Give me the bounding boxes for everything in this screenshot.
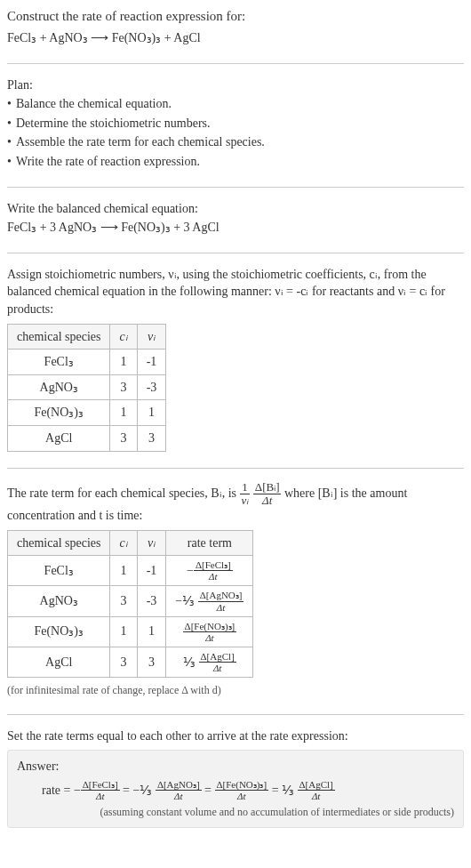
cell-v: -1 [137,556,166,586]
divider [7,253,464,253]
answer-equation: rate = −Δ[FeCl₃]Δt = −⅓ Δ[AgNO₃]Δt = Δ[F… [42,779,454,801]
plan-item: •Balance the chemical equation. [7,95,464,113]
divider [7,714,464,715]
divider [7,187,464,188]
cell-species: AgNO₃ [8,374,110,400]
cell-species: FeCl₃ [8,350,110,375]
divider [7,468,464,469]
set-equal-text: Set the rate terms equal to each other t… [7,727,464,745]
cell-v: 1 [137,616,166,647]
plan-list: •Balance the chemical equation. •Determi… [7,95,464,170]
table-row: AgCl 3 3 ⅓ Δ[AgCl]Δt [8,647,253,677]
plan-item: •Write the rate of reaction expression. [7,153,464,171]
cell-c: 1 [110,556,137,586]
cell-rate: −⅓ Δ[AgNO₃]Δt [166,586,253,616]
page-title: Construct the rate of reaction expressio… [7,7,464,26]
answer-note: (assuming constant volume and no accumul… [17,805,454,820]
rate-frac-2: Δ[Bᵢ] Δt [253,481,282,508]
table-row: Fe(NO₃)₃ 1 1 Δ[Fe(NO₃)₃]Δt [8,616,253,647]
answer-box: Answer: rate = −Δ[FeCl₃]Δt = −⅓ Δ[AgNO₃]… [7,750,464,828]
cell-v: 3 [137,647,166,677]
cell-species: Fe(NO₃)₃ [8,400,110,426]
stoich-table: chemical species cᵢ νᵢ FeCl₃ 1 -1 AgNO₃ … [7,324,166,452]
assign-text: Assign stoichiometric numbers, νᵢ, using… [7,266,464,318]
cell-species: AgCl [8,647,110,677]
col-header: νᵢ [137,324,166,350]
col-header: νᵢ [137,530,166,556]
cell-species: AgCl [8,425,110,451]
cell-v: -1 [137,350,166,375]
cell-c: 1 [110,400,137,426]
col-header: cᵢ [110,324,137,350]
cell-species: FeCl₃ [8,556,110,586]
balanced-equation: FeCl₃ + 3 AgNO₃ ⟶ Fe(NO₃)₃ + 3 AgCl [7,219,464,237]
cell-species: Fe(NO₃)₃ [8,616,110,647]
cell-c: 3 [110,647,137,677]
cell-c: 3 [110,425,137,451]
table-row: FeCl₃ 1 -1 −Δ[FeCl₃]Δt [8,556,253,586]
rate-table: chemical species cᵢ νᵢ rate term FeCl₃ 1… [7,530,253,678]
cell-c: 3 [110,374,137,400]
rate-frac-1: 1 νᵢ [240,481,251,508]
cell-v: -3 [137,586,166,616]
cell-rate: Δ[Fe(NO₃)₃]Δt [166,616,253,647]
infinitesimal-note: (for infinitesimal rate of change, repla… [7,683,464,698]
table-row: FeCl₃ 1 -1 [8,350,166,375]
cell-v: -3 [137,374,166,400]
plan-label: Plan: [7,76,464,94]
table-row: Fe(NO₃)₃ 1 1 [8,400,166,426]
cell-c: 3 [110,586,137,616]
cell-species: AgNO₃ [8,586,110,616]
answer-label: Answer: [17,758,454,776]
col-header: rate term [166,530,253,556]
balanced-label: Write the balanced chemical equation: [7,200,464,218]
plan-text: Balance the chemical equation. [16,97,172,110]
col-header: chemical species [8,530,110,556]
rate-text-a: The rate term for each chemical species,… [7,486,240,500]
divider [7,63,464,64]
rate-term-text: The rate term for each chemical species,… [7,481,464,525]
plan-text: Determine the stoichiometric numbers. [16,117,211,130]
cell-c: 1 [110,350,137,375]
unbalanced-equation: FeCl₃ + AgNO₃ ⟶ Fe(NO₃)₃ + AgCl [7,29,464,47]
cell-rate: ⅓ Δ[AgCl]Δt [166,647,253,677]
cell-rate: −Δ[FeCl₃]Δt [166,556,253,586]
plan-item: •Assemble the rate term for each chemica… [7,133,464,151]
plan-item: •Determine the stoichiometric numbers. [7,115,464,133]
col-header: cᵢ [110,530,137,556]
cell-v: 1 [137,400,166,426]
cell-v: 3 [137,425,166,451]
table-row: AgNO₃ 3 -3 [8,374,166,400]
col-header: chemical species [8,324,110,350]
cell-c: 1 [110,616,137,647]
plan-text: Assemble the rate term for each chemical… [16,135,265,149]
table-row: AgNO₃ 3 -3 −⅓ Δ[AgNO₃]Δt [8,586,253,616]
plan-text: Write the rate of reaction expression. [16,155,200,168]
table-row: AgCl 3 3 [8,425,166,451]
